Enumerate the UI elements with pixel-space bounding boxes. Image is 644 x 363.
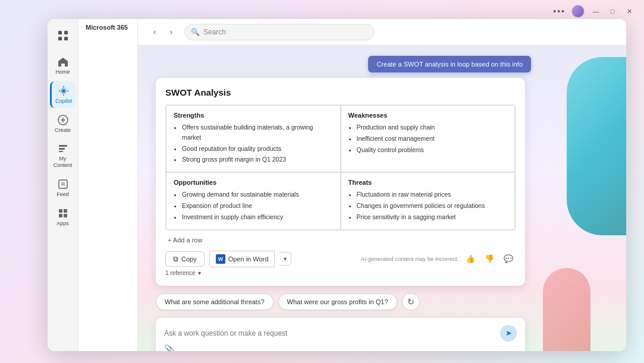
swot-threat-3: Price sensitivity in a sagging market (357, 212, 508, 222)
swot-grid: Strengths Offers sustainable building ma… (165, 105, 516, 231)
ai-disclaimer: AI-generated content may be incorrect. (361, 255, 458, 262)
sidebar-apps-label: Apps (56, 220, 69, 227)
left-rail: Home Copilot Create (48, 19, 78, 351)
thumbs-up-button[interactable]: 👍 (463, 252, 477, 266)
sidebar-title-area: Microsoft 365 (78, 19, 138, 351)
send-icon: ➤ (505, 329, 512, 337)
thumbs-down-button[interactable]: 👎 (482, 252, 497, 266)
svg-rect-18 (59, 214, 62, 217)
swot-strengths-cell: Strengths Offers sustainable building ma… (166, 105, 341, 172)
chat-input[interactable] (164, 329, 495, 337)
reference-label: 1 reference (165, 270, 196, 276)
sidebar-mycontent-label: My Content (52, 156, 74, 169)
sidebar-item-home[interactable]: Home (50, 52, 76, 79)
input-row: ➤ 📎 (156, 318, 525, 351)
deco-shape-right (567, 57, 626, 235)
swot-opportunities-cell: Opportunities Growing demand for sustain… (166, 172, 341, 229)
svg-rect-12 (59, 151, 63, 152)
svg-rect-11 (59, 148, 65, 150)
swot-threats-list: Fluctuations in raw material prices Chan… (348, 190, 508, 222)
svg-rect-2 (58, 37, 62, 40)
svg-rect-19 (64, 214, 67, 217)
swot-strengths-header: Strengths (174, 112, 333, 119)
swot-threat-1: Fluctuations in raw material prices (357, 190, 508, 200)
sidebar-create-label: Create (55, 127, 71, 134)
swot-threat-2: Changes in government policies or regula… (357, 201, 508, 211)
search-placeholder: Search (203, 28, 226, 36)
minimize-button[interactable]: — (590, 6, 601, 17)
open-word-button[interactable]: W Open in Word (209, 251, 275, 267)
maximize-button[interactable]: □ (607, 6, 618, 17)
sidebar-copilot-label: Copilot (55, 98, 72, 105)
send-button[interactable]: ➤ (500, 325, 517, 342)
forward-button[interactable]: › (164, 25, 178, 39)
app-container: Home Copilot Create (48, 19, 626, 351)
sidebar-item-mycontent[interactable]: My Content (50, 139, 76, 172)
add-row-label: + Add a row (168, 236, 202, 244)
input-field-row: ➤ (164, 325, 517, 342)
feedback-area: AI-generated content may be incorrect. 👍… (361, 252, 516, 266)
swot-weaknesses-header: Weaknesses (348, 112, 508, 119)
swot-opportunity-1: Growing demand for sustainable materials (182, 190, 333, 200)
copy-label: Copy (181, 255, 197, 263)
swot-weakness-3: Quality control problems (357, 145, 508, 155)
suggestion-2[interactable]: What were our gross profits in Q1? (278, 293, 397, 310)
swot-strength-1: Offers sustainable building materials, a… (182, 122, 333, 143)
open-word-label: Open in Word (228, 255, 269, 263)
card-actions: ⧉ Copy W Open in Word ▾ AI-generated con… (165, 251, 516, 267)
swot-title: SWOT Analysis (165, 87, 516, 97)
sidebar-item-create[interactable]: Create (50, 111, 76, 137)
search-bar[interactable]: 🔍 Search (184, 24, 375, 40)
right-panel: ‹ › 🔍 Search Create a SWOT analysis in l… (138, 19, 626, 351)
swot-weakness-1: Production and supply chain (357, 122, 508, 132)
swot-strength-3: Strong gross profit margin in Q1 2023 (182, 154, 333, 165)
svg-rect-0 (58, 31, 62, 34)
sidebar-item-feed[interactable]: Feed (50, 175, 76, 201)
swot-opportunity-3: Investment in supply chain efficiency (182, 212, 333, 222)
back-button[interactable]: ‹ (147, 25, 162, 39)
swot-opportunities-header: Opportunities (174, 179, 333, 186)
open-word-chevron[interactable]: ▾ (279, 252, 291, 266)
svg-rect-17 (64, 209, 67, 213)
app-title: Microsoft 365 (78, 19, 137, 36)
add-row-button[interactable]: + Add a row (165, 235, 516, 245)
search-icon: 🔍 (191, 28, 200, 36)
nav-arrows: ‹ › (147, 25, 178, 39)
svg-point-6 (62, 90, 65, 92)
suggestions-row: What are some additional threats? What w… (156, 293, 525, 311)
close-button[interactable]: ✕ (624, 6, 634, 17)
window-chrome: ••• — □ ✕ (553, 5, 634, 18)
reference-link[interactable]: 1 reference ▾ (165, 270, 516, 276)
swot-weakness-2: Inefficient cost management (357, 134, 508, 144)
sidebar-item-apps[interactable]: Apps (50, 204, 76, 231)
swot-opportunity-2: Expansion of product line (182, 201, 333, 211)
deco-shape-bottom (543, 268, 590, 351)
suggestion-1[interactable]: What are some additional threats? (156, 293, 274, 310)
sidebar-feed-label: Feed (56, 191, 69, 198)
window-dots: ••• (553, 7, 566, 16)
cta-button[interactable]: Create a SWOT analysis in loop based on … (368, 56, 531, 72)
swot-threats-cell: Threats Fluctuations in raw material pri… (341, 172, 516, 229)
copy-button[interactable]: ⧉ Copy (165, 251, 205, 267)
word-icon: W (216, 254, 225, 264)
swot-strength-2: Good reputation for quality products (182, 144, 333, 154)
sidebar-home-label: Home (55, 69, 70, 75)
svg-rect-1 (64, 31, 68, 34)
swot-opportunities-list: Growing demand for sustainable materials… (174, 190, 333, 222)
topbar: ‹ › 🔍 Search (138, 19, 626, 45)
attach-icon[interactable]: 📎 (164, 344, 174, 351)
svg-rect-16 (59, 209, 62, 213)
chat-container: SWOT Analysis Strengths Offers sustainab… (156, 78, 525, 342)
swot-weaknesses-list: Production and supply chain Inefficient … (348, 122, 508, 154)
comment-button[interactable]: 💬 (501, 252, 516, 266)
svg-rect-13 (59, 180, 67, 188)
sidebar-item-copilot[interactable]: Copilot (50, 81, 76, 108)
main-content: Create a SWOT analysis in loop based on … (138, 45, 626, 351)
user-avatar[interactable] (571, 5, 585, 18)
grid-icon[interactable] (54, 26, 73, 45)
swot-weaknesses-cell: Weaknesses Production and supply chain I… (341, 105, 516, 172)
refresh-suggestions-button[interactable]: ↻ (402, 293, 420, 311)
svg-rect-3 (64, 37, 68, 40)
swot-threats-header: Threats (348, 179, 508, 186)
swot-strengths-list: Offers sustainable building materials, a… (174, 122, 333, 165)
